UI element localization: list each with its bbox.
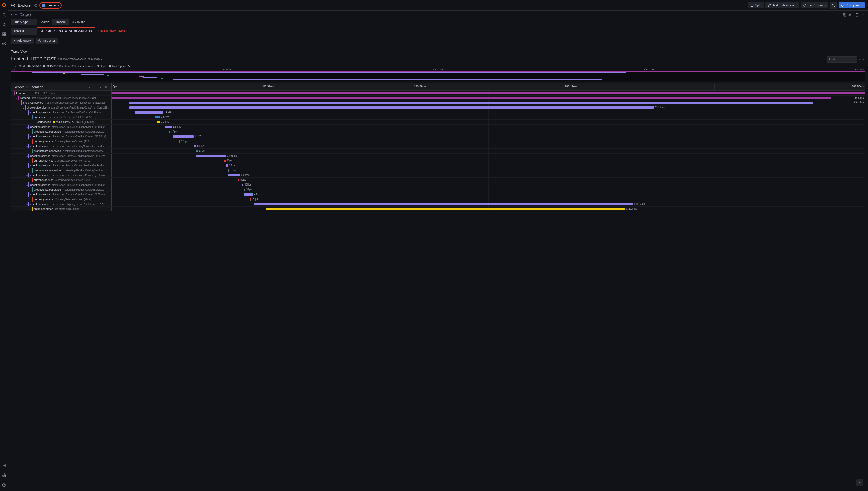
expand-one-icon[interactable]: › bbox=[93, 85, 97, 89]
zoom-out-button[interactable] bbox=[830, 2, 837, 9]
span-bar[interactable] bbox=[179, 140, 180, 143]
span-row[interactable]: currencyserviceCurrencyService/Convert (… bbox=[11, 139, 865, 144]
span-row[interactable]: ⌄checkoutserviceprepareOrderItemsAndShip… bbox=[11, 105, 865, 110]
find-next-icon[interactable]: ∨ bbox=[863, 58, 865, 61]
span-bar[interactable] bbox=[135, 111, 163, 114]
span-bar[interactable] bbox=[226, 165, 228, 167]
run-query-button[interactable]: Run query ▾ bbox=[839, 2, 865, 8]
chevron-down-icon[interactable]: ⌄ bbox=[25, 125, 28, 128]
span-row[interactable]: productcatalogservicehipstershop.Product… bbox=[11, 149, 865, 153]
chevron-down-icon[interactable]: ⌄ bbox=[25, 145, 28, 148]
span-row[interactable]: ⌄checkoutservicehipstershop.ProductCatal… bbox=[11, 144, 865, 149]
delete-query-icon[interactable] bbox=[855, 13, 859, 17]
chevron-down-icon[interactable]: ⌄ bbox=[29, 207, 32, 211]
collapse-all-icon[interactable]: ⌄ bbox=[87, 85, 91, 89]
span-bar[interactable] bbox=[228, 174, 240, 176]
span-row[interactable]: currencyserviceCurrencyService/Convert (… bbox=[11, 197, 865, 202]
chevron-down-icon[interactable]: ⌄ bbox=[29, 116, 32, 119]
chevron-down-icon[interactable]: ⌄ bbox=[25, 193, 28, 196]
span-bar[interactable] bbox=[129, 107, 654, 109]
span-row[interactable]: ⌄checkoutservicehipstershop.ProductCatal… bbox=[11, 182, 865, 187]
span-bar[interactable] bbox=[197, 155, 226, 157]
span-row[interactable]: ⌄frontendgrpc.hipstershop.CheckoutServic… bbox=[11, 95, 865, 100]
query-tab-traceid[interactable]: TraceID bbox=[52, 19, 69, 25]
chevron-down-icon[interactable]: ⌄ bbox=[11, 91, 14, 95]
find-input[interactable] bbox=[827, 56, 857, 62]
inspector-button[interactable]: Inspector bbox=[36, 38, 58, 44]
span-row[interactable]: ⌄checkoutservicehipstershop.ShippingServ… bbox=[11, 202, 865, 207]
chevron-down-icon[interactable]: ⌄ bbox=[18, 101, 21, 105]
drag-query-icon[interactable] bbox=[861, 13, 865, 17]
query-tab-json-file[interactable]: JSON file bbox=[69, 19, 88, 25]
span-bar[interactable] bbox=[169, 131, 170, 133]
span-bar[interactable] bbox=[253, 203, 632, 205]
span-row[interactable]: ⌄checkoutservicehipstershop.ProductCatal… bbox=[11, 124, 865, 129]
span-row[interactable]: ⌄frontendHTTP POST (381.56ms) bbox=[11, 91, 865, 95]
span-bar[interactable] bbox=[157, 121, 160, 123]
span-row[interactable]: ⌄checkoutservicehipstershop.ProductCatal… bbox=[11, 163, 865, 168]
split-button[interactable]: Split bbox=[748, 2, 764, 8]
find-prev-icon[interactable]: ∧ bbox=[859, 58, 861, 61]
chevron-down-icon[interactable]: ⌄ bbox=[25, 164, 28, 167]
search-icon[interactable] bbox=[2, 12, 7, 17]
copy-query-icon[interactable] bbox=[843, 13, 847, 17]
span-bar[interactable] bbox=[228, 169, 230, 172]
span-bar[interactable] bbox=[165, 126, 172, 128]
span-bar[interactable] bbox=[224, 160, 226, 162]
span-row[interactable]: ⌄checkoutservicehipstershop.CurrencyServ… bbox=[11, 153, 865, 158]
chevron-down-icon[interactable]: ⌄ bbox=[25, 154, 28, 157]
dashboards-icon[interactable] bbox=[2, 31, 7, 37]
trace-id-input[interactable]: 04785da37657ee5e5dd5185ffe83d7aa bbox=[37, 27, 95, 35]
span-bar[interactable] bbox=[242, 184, 243, 186]
time-range-picker[interactable]: Last 1 hour ▾ bbox=[801, 2, 828, 8]
span-row[interactable]: productcatalogservicehipstershop.Product… bbox=[11, 168, 865, 173]
span-bar[interactable] bbox=[250, 198, 251, 201]
span-bar[interactable] bbox=[244, 194, 253, 196]
span-bar[interactable] bbox=[112, 92, 865, 94]
collapse-query-icon[interactable]: ▾ bbox=[11, 13, 12, 16]
toggle-query-icon[interactable] bbox=[849, 13, 853, 17]
span-row[interactable]: currencyserviceCurrencyService/Convert (… bbox=[11, 178, 865, 182]
collapse-one-icon[interactable]: ⌄ bbox=[98, 85, 103, 89]
span-row[interactable]: currencyserviceCurrencyService/Convert (… bbox=[11, 158, 865, 163]
share-icon[interactable] bbox=[33, 4, 37, 7]
chevron-down-icon[interactable]: ⌄ bbox=[25, 135, 28, 138]
span-bar[interactable] bbox=[129, 102, 813, 104]
span-row[interactable]: ⌄checkoutservicehipstershop.CartService/… bbox=[11, 110, 865, 115]
chevron-down-icon[interactable]: ⌄ bbox=[25, 111, 28, 114]
scroll-top-button[interactable] bbox=[856, 479, 863, 486]
span-bar[interactable] bbox=[194, 145, 196, 147]
query-tab-search[interactable]: Search bbox=[37, 19, 52, 25]
span-bar[interactable] bbox=[197, 150, 198, 152]
span-bar[interactable] bbox=[112, 97, 831, 99]
span-row[interactable]: cartservice ➜ redis-cart:6379HGET (1.13m… bbox=[11, 120, 865, 124]
span-row[interactable]: ⌄shippingserviceget-quote (181.98ms)181.… bbox=[11, 207, 865, 211]
expand-all-icon[interactable]: » bbox=[104, 85, 108, 89]
add-to-dashboard-button[interactable]: Add to dashboard bbox=[765, 2, 799, 8]
alert-icon[interactable] bbox=[2, 51, 7, 56]
chevron-down-icon[interactable]: ⌄ bbox=[25, 183, 28, 186]
grafana-logo-icon[interactable] bbox=[2, 3, 7, 8]
chevron-down-icon[interactable]: ⌄ bbox=[22, 106, 25, 109]
span-row[interactable]: ⌄checkoutservicehipstershop.CheckoutServ… bbox=[11, 100, 865, 105]
span-row[interactable]: productcatalogservicehipstershop.Product… bbox=[11, 129, 865, 134]
span-row[interactable]: ⌄checkoutservicehipstershop.CurrencyServ… bbox=[11, 173, 865, 178]
datasource-picker[interactable]: Jaeger ▾ bbox=[39, 2, 62, 9]
span-bar[interactable] bbox=[266, 208, 625, 210]
span-row[interactable]: productcatalogservicehipstershop.Product… bbox=[11, 187, 865, 192]
help-icon[interactable] bbox=[2, 482, 7, 487]
span-bar[interactable] bbox=[238, 179, 239, 181]
gear-icon[interactable] bbox=[2, 473, 7, 478]
span-row[interactable]: ⌄checkoutservicehipstershop.CurrencyServ… bbox=[11, 192, 865, 197]
span-bar[interactable] bbox=[173, 136, 193, 138]
span-row[interactable]: ⌄cartservicehipstershop.CartService/GetC… bbox=[11, 115, 865, 120]
span-row[interactable]: ⌄checkoutservicehipstershop.CurrencyServ… bbox=[11, 134, 865, 139]
chevron-down-icon[interactable]: ⌄ bbox=[25, 203, 28, 206]
span-bar[interactable] bbox=[244, 189, 245, 191]
add-query-button[interactable]: +Add query bbox=[11, 38, 34, 44]
explore-icon[interactable] bbox=[2, 41, 7, 46]
chevron-down-icon[interactable]: ⌄ bbox=[15, 96, 18, 99]
span-bar[interactable] bbox=[155, 116, 160, 118]
signin-icon[interactable] bbox=[2, 463, 7, 468]
chevron-down-icon[interactable]: ⌄ bbox=[25, 174, 28, 177]
